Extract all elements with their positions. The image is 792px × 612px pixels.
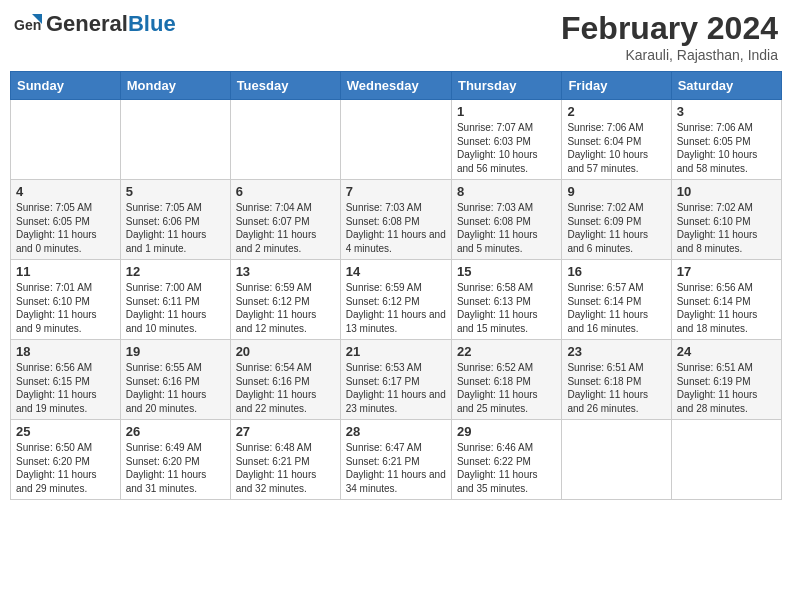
calendar-table: SundayMondayTuesdayWednesdayThursdayFrid… <box>10 71 782 500</box>
day-number: 25 <box>16 424 115 439</box>
day-number: 23 <box>567 344 665 359</box>
location-subtitle: Karauli, Rajasthan, India <box>561 47 778 63</box>
day-number: 28 <box>346 424 446 439</box>
weekday-header-wednesday: Wednesday <box>340 72 451 100</box>
calendar-cell <box>11 100 121 180</box>
day-info: Sunrise: 6:55 AM Sunset: 6:16 PM Dayligh… <box>126 361 225 415</box>
day-info: Sunrise: 6:46 AM Sunset: 6:22 PM Dayligh… <box>457 441 556 495</box>
day-number: 1 <box>457 104 556 119</box>
day-number: 26 <box>126 424 225 439</box>
calendar-cell: 9Sunrise: 7:02 AM Sunset: 6:09 PM Daylig… <box>562 180 671 260</box>
day-info: Sunrise: 6:57 AM Sunset: 6:14 PM Dayligh… <box>567 281 665 335</box>
day-info: Sunrise: 6:58 AM Sunset: 6:13 PM Dayligh… <box>457 281 556 335</box>
day-number: 29 <box>457 424 556 439</box>
day-info: Sunrise: 6:51 AM Sunset: 6:19 PM Dayligh… <box>677 361 776 415</box>
calendar-cell: 13Sunrise: 6:59 AM Sunset: 6:12 PM Dayli… <box>230 260 340 340</box>
logo-blue-text: Blue <box>128 11 176 36</box>
calendar-cell <box>340 100 451 180</box>
calendar-cell: 6Sunrise: 7:04 AM Sunset: 6:07 PM Daylig… <box>230 180 340 260</box>
calendar-cell: 4Sunrise: 7:05 AM Sunset: 6:05 PM Daylig… <box>11 180 121 260</box>
day-info: Sunrise: 6:56 AM Sunset: 6:14 PM Dayligh… <box>677 281 776 335</box>
day-info: Sunrise: 7:01 AM Sunset: 6:10 PM Dayligh… <box>16 281 115 335</box>
calendar-cell <box>671 420 781 500</box>
day-number: 4 <box>16 184 115 199</box>
day-info: Sunrise: 7:00 AM Sunset: 6:11 PM Dayligh… <box>126 281 225 335</box>
calendar-cell: 25Sunrise: 6:50 AM Sunset: 6:20 PM Dayli… <box>11 420 121 500</box>
calendar-week-2: 4Sunrise: 7:05 AM Sunset: 6:05 PM Daylig… <box>11 180 782 260</box>
calendar-cell: 24Sunrise: 6:51 AM Sunset: 6:19 PM Dayli… <box>671 340 781 420</box>
day-number: 27 <box>236 424 335 439</box>
day-info: Sunrise: 7:03 AM Sunset: 6:08 PM Dayligh… <box>346 201 446 255</box>
calendar-cell: 1Sunrise: 7:07 AM Sunset: 6:03 PM Daylig… <box>451 100 561 180</box>
day-number: 15 <box>457 264 556 279</box>
calendar-cell: 22Sunrise: 6:52 AM Sunset: 6:18 PM Dayli… <box>451 340 561 420</box>
day-info: Sunrise: 6:48 AM Sunset: 6:21 PM Dayligh… <box>236 441 335 495</box>
day-info: Sunrise: 7:05 AM Sunset: 6:05 PM Dayligh… <box>16 201 115 255</box>
day-number: 7 <box>346 184 446 199</box>
day-number: 8 <box>457 184 556 199</box>
calendar-cell: 26Sunrise: 6:49 AM Sunset: 6:20 PM Dayli… <box>120 420 230 500</box>
day-info: Sunrise: 6:52 AM Sunset: 6:18 PM Dayligh… <box>457 361 556 415</box>
day-number: 18 <box>16 344 115 359</box>
day-info: Sunrise: 7:05 AM Sunset: 6:06 PM Dayligh… <box>126 201 225 255</box>
calendar-cell: 3Sunrise: 7:06 AM Sunset: 6:05 PM Daylig… <box>671 100 781 180</box>
day-info: Sunrise: 6:47 AM Sunset: 6:21 PM Dayligh… <box>346 441 446 495</box>
month-title: February 2024 <box>561 10 778 47</box>
weekday-header-friday: Friday <box>562 72 671 100</box>
calendar-cell: 14Sunrise: 6:59 AM Sunset: 6:12 PM Dayli… <box>340 260 451 340</box>
day-number: 9 <box>567 184 665 199</box>
calendar-week-1: 1Sunrise: 7:07 AM Sunset: 6:03 PM Daylig… <box>11 100 782 180</box>
day-info: Sunrise: 6:53 AM Sunset: 6:17 PM Dayligh… <box>346 361 446 415</box>
day-info: Sunrise: 6:59 AM Sunset: 6:12 PM Dayligh… <box>236 281 335 335</box>
day-info: Sunrise: 7:02 AM Sunset: 6:10 PM Dayligh… <box>677 201 776 255</box>
calendar-cell: 19Sunrise: 6:55 AM Sunset: 6:16 PM Dayli… <box>120 340 230 420</box>
calendar-cell: 21Sunrise: 6:53 AM Sunset: 6:17 PM Dayli… <box>340 340 451 420</box>
day-info: Sunrise: 6:50 AM Sunset: 6:20 PM Dayligh… <box>16 441 115 495</box>
calendar-cell: 29Sunrise: 6:46 AM Sunset: 6:22 PM Dayli… <box>451 420 561 500</box>
calendar-cell: 2Sunrise: 7:06 AM Sunset: 6:04 PM Daylig… <box>562 100 671 180</box>
day-info: Sunrise: 6:54 AM Sunset: 6:16 PM Dayligh… <box>236 361 335 415</box>
calendar-cell <box>120 100 230 180</box>
calendar-cell: 23Sunrise: 6:51 AM Sunset: 6:18 PM Dayli… <box>562 340 671 420</box>
calendar-cell: 16Sunrise: 6:57 AM Sunset: 6:14 PM Dayli… <box>562 260 671 340</box>
calendar-week-5: 25Sunrise: 6:50 AM Sunset: 6:20 PM Dayli… <box>11 420 782 500</box>
day-info: Sunrise: 7:07 AM Sunset: 6:03 PM Dayligh… <box>457 121 556 175</box>
weekday-header-monday: Monday <box>120 72 230 100</box>
day-info: Sunrise: 7:02 AM Sunset: 6:09 PM Dayligh… <box>567 201 665 255</box>
day-number: 16 <box>567 264 665 279</box>
calendar-cell: 11Sunrise: 7:01 AM Sunset: 6:10 PM Dayli… <box>11 260 121 340</box>
day-number: 3 <box>677 104 776 119</box>
page-header: Gen GeneralBlue February 2024 Karauli, R… <box>10 10 782 63</box>
calendar-cell: 27Sunrise: 6:48 AM Sunset: 6:21 PM Dayli… <box>230 420 340 500</box>
day-info: Sunrise: 7:04 AM Sunset: 6:07 PM Dayligh… <box>236 201 335 255</box>
day-info: Sunrise: 7:06 AM Sunset: 6:05 PM Dayligh… <box>677 121 776 175</box>
weekday-header-thursday: Thursday <box>451 72 561 100</box>
calendar-cell: 20Sunrise: 6:54 AM Sunset: 6:16 PM Dayli… <box>230 340 340 420</box>
day-number: 14 <box>346 264 446 279</box>
logo-icon: Gen <box>14 10 42 38</box>
day-number: 6 <box>236 184 335 199</box>
day-info: Sunrise: 6:51 AM Sunset: 6:18 PM Dayligh… <box>567 361 665 415</box>
day-number: 17 <box>677 264 776 279</box>
day-number: 24 <box>677 344 776 359</box>
calendar-cell: 17Sunrise: 6:56 AM Sunset: 6:14 PM Dayli… <box>671 260 781 340</box>
day-number: 5 <box>126 184 225 199</box>
calendar-cell: 7Sunrise: 7:03 AM Sunset: 6:08 PM Daylig… <box>340 180 451 260</box>
day-number: 20 <box>236 344 335 359</box>
day-info: Sunrise: 6:56 AM Sunset: 6:15 PM Dayligh… <box>16 361 115 415</box>
day-info: Sunrise: 7:06 AM Sunset: 6:04 PM Dayligh… <box>567 121 665 175</box>
calendar-cell: 18Sunrise: 6:56 AM Sunset: 6:15 PM Dayli… <box>11 340 121 420</box>
weekday-header-saturday: Saturday <box>671 72 781 100</box>
weekday-header-sunday: Sunday <box>11 72 121 100</box>
day-number: 19 <box>126 344 225 359</box>
day-info: Sunrise: 6:49 AM Sunset: 6:20 PM Dayligh… <box>126 441 225 495</box>
logo-general-text: General <box>46 11 128 36</box>
day-info: Sunrise: 7:03 AM Sunset: 6:08 PM Dayligh… <box>457 201 556 255</box>
title-block: February 2024 Karauli, Rajasthan, India <box>561 10 778 63</box>
calendar-cell: 12Sunrise: 7:00 AM Sunset: 6:11 PM Dayli… <box>120 260 230 340</box>
calendar-week-4: 18Sunrise: 6:56 AM Sunset: 6:15 PM Dayli… <box>11 340 782 420</box>
calendar-cell <box>562 420 671 500</box>
day-number: 11 <box>16 264 115 279</box>
weekday-header-row: SundayMondayTuesdayWednesdayThursdayFrid… <box>11 72 782 100</box>
calendar-cell: 10Sunrise: 7:02 AM Sunset: 6:10 PM Dayli… <box>671 180 781 260</box>
